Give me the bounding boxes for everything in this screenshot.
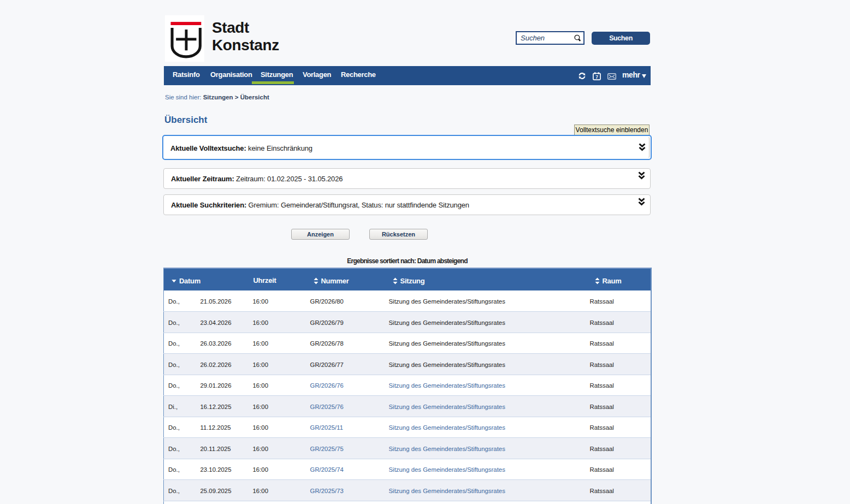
svg-text:7: 7	[595, 74, 598, 80]
